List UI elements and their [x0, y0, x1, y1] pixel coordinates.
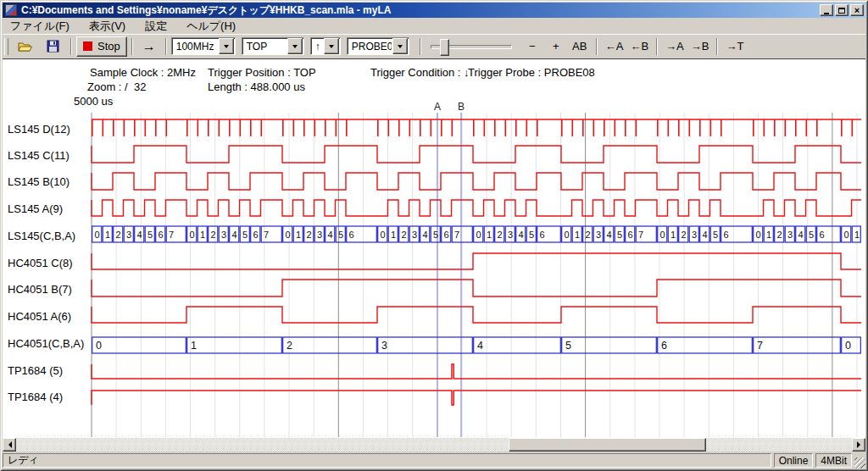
chevron-down-icon	[398, 45, 403, 51]
channel-label: HC4051 A(6)	[8, 310, 91, 324]
trigger-condition-info: Trigger Condition : ↓	[370, 66, 470, 79]
channel-label: LS145(C,B,A)	[8, 230, 91, 243]
status-bar: レディ Online 4MBit	[3, 452, 865, 468]
open-button[interactable]	[12, 37, 39, 56]
channel-label: HC4051 B(7)	[8, 283, 91, 296]
sample-clock-combo[interactable]: 100MHz	[171, 37, 236, 55]
cursor-a-left-button[interactable]: ←A	[602, 37, 627, 56]
zoom-slider[interactable]	[429, 37, 514, 56]
stop-icon	[83, 42, 92, 51]
zoom-info: Zoom : / 32	[87, 80, 146, 93]
trigger-position-value: TOP	[242, 41, 287, 53]
trigger-probe-combo[interactable]: PROBE00	[347, 37, 409, 55]
zoom-ab-button[interactable]: AB	[568, 37, 592, 56]
trigger-edge-combo[interactable]: ↑	[310, 37, 341, 55]
trigger-position-info: Trigger Position : TOP	[208, 66, 316, 79]
toolbar-grip	[4, 38, 8, 55]
menu-bar: ファイル(F) 表示(V) 設定 ヘルプ(H)	[3, 18, 865, 34]
status-ready-text: レディ	[8, 453, 39, 468]
triangle-right-icon	[857, 441, 864, 448]
toolbar-separator	[131, 38, 133, 55]
chevron-down-icon	[224, 45, 229, 51]
channel-label: LS145 C(11)	[8, 149, 91, 163]
toolbar-separator	[70, 38, 72, 55]
sample-clock-value: 100MHz	[172, 41, 218, 53]
zoom-out-button[interactable]: −	[520, 37, 544, 56]
menu-file[interactable]: ファイル(F)	[3, 18, 77, 35]
minimize-button[interactable]	[820, 4, 833, 16]
toolbar-separator	[716, 38, 718, 55]
toolbar-separator	[656, 38, 658, 55]
channel-label: LS145 B(10)	[8, 175, 91, 189]
chevron-down-icon	[329, 45, 334, 51]
resize-grip[interactable]	[854, 457, 865, 468]
combo-drop-button[interactable]	[219, 38, 234, 54]
floppy-save-icon	[47, 40, 59, 53]
chevron-down-icon	[292, 45, 298, 51]
status-online-badge: Online	[774, 453, 814, 468]
run-button[interactable]: →	[137, 37, 161, 56]
horizontal-scrollbar[interactable]	[3, 438, 865, 452]
combo-drop-button[interactable]	[324, 38, 339, 54]
status-memory-text: 4MBit	[821, 455, 847, 467]
combo-drop-button[interactable]	[392, 38, 408, 54]
triangle-left-icon	[5, 441, 12, 448]
cursor-b-left-button[interactable]: ←B	[626, 37, 652, 56]
channel-label: HC4051(C,B,A)	[8, 337, 91, 351]
goto-trigger-button[interactable]: →T	[722, 37, 747, 56]
trigger-edge-value: ↑	[311, 41, 323, 53]
maximize-icon	[838, 8, 845, 14]
scrollbar-thumb[interactable]	[509, 438, 706, 452]
toolbar-separator	[420, 38, 421, 55]
trigger-probe-info: Trigger Probe : PROBE08	[468, 66, 595, 79]
stop-label: Stop	[97, 40, 120, 53]
zoom-slider-thumb[interactable]	[440, 39, 449, 56]
toolbar-separator	[165, 38, 167, 55]
sample-clock-info: Sample Clock : 2MHz	[90, 66, 196, 79]
channel-label: TP1684 (5)	[8, 364, 91, 378]
length-info: Length : 488.000 us	[208, 80, 305, 93]
scroll-left-button[interactable]	[3, 438, 16, 452]
title-bar: C:¥Documents and Settings¥noname¥デスクトップ¥…	[3, 3, 865, 18]
status-memory-badge: 4MBit	[815, 453, 852, 468]
maximize-button[interactable]	[835, 4, 849, 16]
status-online-text: Online	[779, 455, 809, 467]
close-button[interactable]: ×	[850, 4, 864, 16]
channel-label: HC4051 C(8)	[8, 257, 91, 270]
open-folder-icon	[18, 41, 33, 53]
cursor-b-right-button[interactable]: →B	[687, 37, 713, 56]
menu-view[interactable]: 表示(V)	[81, 18, 133, 35]
channel-label: LS145 A(9)	[8, 202, 91, 216]
scroll-right-button[interactable]	[852, 438, 865, 452]
combo-drop-button[interactable]	[287, 38, 303, 54]
save-button[interactable]	[39, 37, 66, 56]
window-title: C:¥Documents and Settings¥noname¥デスクトップ¥…	[21, 3, 818, 18]
status-message: レディ	[3, 453, 771, 468]
toolbar: Stop → 100MHz TOP ↑ PROBE00 − + AB ←A	[3, 34, 865, 58]
minimize-icon	[824, 13, 829, 14]
time-division-label: 5000 us	[74, 95, 113, 108]
stop-button[interactable]: Stop	[76, 36, 127, 57]
trigger-probe-value: PROBE00	[348, 41, 392, 53]
channel-label: TP1684 (4)	[8, 391, 91, 404]
waveform-view: Sample Clock : 2MHz Trigger Position : T…	[3, 58, 865, 438]
cursor-a-right-button[interactable]: →A	[662, 37, 687, 56]
app-icon[interactable]	[5, 4, 17, 16]
toolbar-separator	[596, 38, 598, 55]
trigger-position-combo[interactable]: TOP	[242, 37, 304, 55]
app-window: C:¥Documents and Settings¥noname¥デスクトップ¥…	[0, 0, 868, 471]
menu-help[interactable]: ヘルプ(H)	[179, 18, 243, 35]
close-icon: ×	[854, 6, 860, 15]
menu-settings[interactable]: 設定	[137, 18, 175, 35]
zoom-in-button[interactable]: +	[544, 37, 568, 56]
channel-label: LS145 D(12)	[8, 123, 91, 136]
